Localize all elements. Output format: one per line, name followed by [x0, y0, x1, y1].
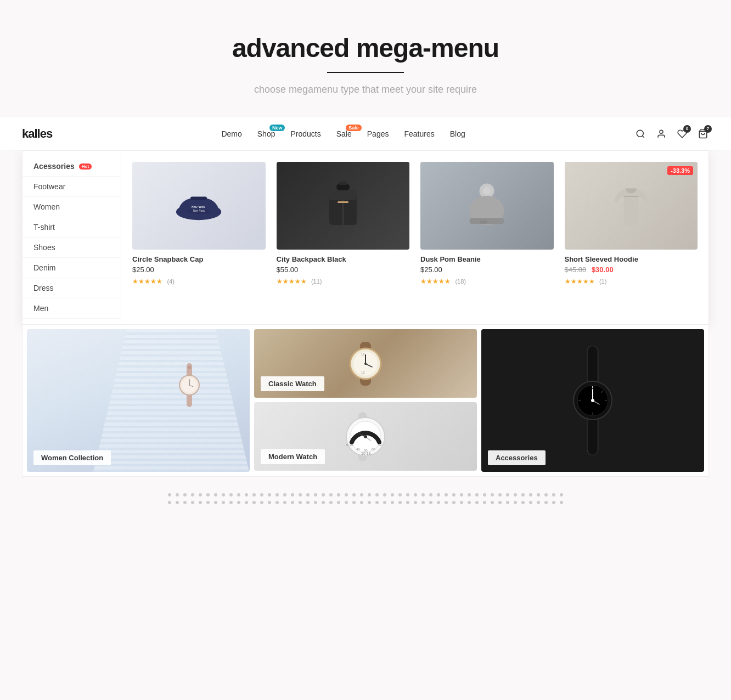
collection-label-classic: Classic Watch [261, 376, 324, 391]
sidebar-item-men[interactable]: Men [23, 298, 121, 319]
svg-rect-16 [470, 218, 504, 224]
price-new: $30.00 [592, 266, 614, 274]
account-icon[interactable] [655, 128, 667, 140]
dot [421, 493, 425, 496]
dot [191, 493, 194, 496]
product-card-hoodie[interactable]: -33.3% Short Sleeved Hoodie $45.00 $30.0… [565, 162, 698, 313]
cart-icon[interactable]: 7 [697, 128, 709, 140]
product-rating: ★★★★★ (4) [132, 276, 266, 286]
sidebar-item-shoes[interactable]: Shoes [23, 238, 121, 258]
dot [429, 501, 432, 504]
dot [229, 501, 233, 504]
dot [206, 493, 210, 496]
nav-logo[interactable]: kalles [22, 127, 52, 141]
dot [375, 493, 379, 496]
dot [398, 493, 402, 496]
cart-count: 7 [704, 125, 712, 133]
dot [452, 493, 456, 496]
wishlist-icon[interactable]: 0 [676, 128, 688, 140]
dot [168, 493, 171, 496]
nav-item-pages[interactable]: Pages [367, 129, 389, 139]
dot [237, 501, 240, 504]
svg-point-17 [483, 187, 491, 195]
nav-link-demo[interactable]: Demo [221, 129, 241, 138]
sidebar-item-denim[interactable]: Denim [23, 258, 121, 278]
dot [360, 493, 363, 496]
product-card-cap[interactable]: New York New York Circle Snapback Cap $2… [132, 162, 266, 313]
dot [199, 501, 202, 504]
product-image-cap: New York New York [132, 162, 266, 250]
svg-rect-19 [623, 196, 638, 197]
svg-rect-11 [338, 201, 348, 203]
nav-item-demo[interactable]: Demo [221, 129, 241, 139]
dot [260, 501, 263, 504]
dot [176, 493, 179, 496]
collection-right: 12 12 Classic Watch 0 20 40 [254, 329, 477, 472]
rating-count: (4) [167, 278, 174, 285]
dot [560, 501, 563, 504]
nav-icons: 0 7 [634, 128, 709, 140]
dot [406, 493, 409, 496]
dot [383, 493, 386, 496]
dot [360, 501, 363, 504]
nav-item-blog[interactable]: Blog [450, 129, 465, 139]
product-image-hoodie: -33.3% [565, 162, 698, 250]
dot [460, 501, 463, 504]
product-rating: ★★★★★ (1) [565, 276, 698, 286]
collection-card-accessories[interactable]: Accessories [481, 329, 704, 472]
dot [468, 493, 471, 496]
sidebar-label: Denim [33, 263, 55, 272]
svg-point-1 [660, 130, 663, 133]
dot [445, 493, 448, 496]
hero-title: advanced mega-menu [11, 33, 720, 63]
sidebar-item-women[interactable]: Women [23, 197, 121, 217]
product-card-backpack[interactable]: City Backpack Black $55.00 ★★★★★ (11) [277, 162, 410, 313]
dot [398, 501, 402, 504]
svg-point-53 [591, 399, 594, 402]
nav-link-pages[interactable]: Pages [367, 129, 389, 138]
nav-link-products[interactable]: Products [290, 129, 320, 138]
dot [460, 493, 463, 496]
dot [322, 493, 325, 496]
dot [345, 493, 348, 496]
collection-card-modern-watch[interactable]: 0 20 40 60 80 12 10 18 Modern Watch [254, 402, 477, 471]
mega-menu: Acessories Hot Footwear Women T-shirt Sh… [22, 150, 709, 325]
product-card-beanie[interactable]: Dusk Pom Beanie $25.00 ★★★★★ (18) [420, 162, 554, 313]
dot [345, 501, 348, 504]
nav-item-products[interactable]: Products [290, 129, 320, 139]
dot [268, 493, 271, 496]
search-icon[interactable] [634, 128, 646, 140]
sidebar-label: Shoes [33, 243, 55, 252]
dot [506, 493, 509, 496]
dot [537, 493, 540, 496]
nav-item-shop[interactable]: Shop New [257, 129, 275, 139]
product-stars: ★★★★★ [565, 278, 595, 285]
dot [514, 493, 517, 496]
dot [314, 501, 317, 504]
shop-badge: New [269, 125, 285, 131]
dot [552, 501, 555, 504]
dot [322, 501, 325, 504]
nav-link-blog[interactable]: Blog [450, 129, 465, 138]
sidebar-item-dress[interactable]: Dress [23, 278, 121, 298]
svg-text:40: 40 [356, 448, 360, 451]
svg-text:10 18: 10 18 [361, 451, 371, 455]
dot [529, 493, 532, 496]
sidebar-label: Acessories [33, 162, 75, 171]
sidebar-label: Women [33, 202, 60, 211]
dot [337, 501, 340, 504]
dot [483, 493, 486, 496]
collection-card-classic-watch[interactable]: 12 12 Classic Watch [254, 329, 477, 398]
sidebar-item-tshirt[interactable]: T-shirt [23, 217, 121, 238]
collection-card-women[interactable]: Women Collection [27, 329, 250, 472]
nav-link-features[interactable]: Features [404, 129, 434, 138]
svg-rect-13 [339, 182, 347, 185]
nav-links: Demo Shop New Products Sale Sale Pages F… [221, 129, 465, 139]
sidebar-item-accessories[interactable]: Acessories Hot [23, 156, 121, 177]
dot [260, 493, 263, 496]
nav-item-features[interactable]: Features [404, 129, 434, 139]
nav-item-sale[interactable]: Sale Sale [336, 129, 352, 139]
sidebar-item-footwear[interactable]: Footwear [23, 177, 121, 197]
dot [214, 501, 217, 504]
dot [352, 501, 356, 504]
